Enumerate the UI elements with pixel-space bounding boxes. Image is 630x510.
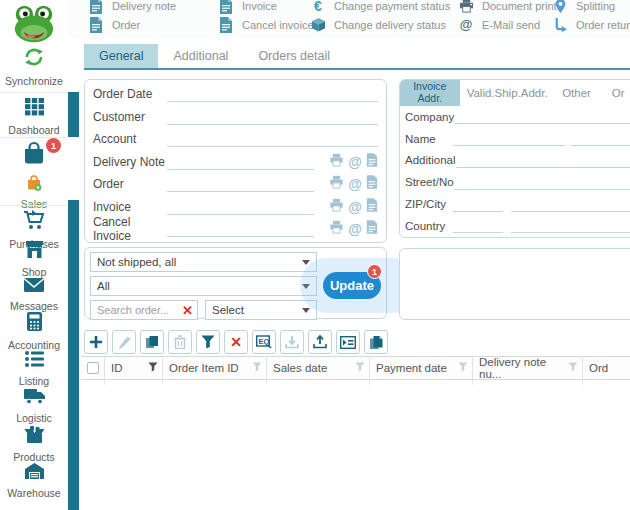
- toolbar-document-print[interactable]: Document print: [458, 0, 552, 15]
- field-label: Delivery Note: [93, 155, 167, 169]
- document-icon[interactable]: [366, 153, 378, 171]
- shipping-status-dropdown[interactable]: Not shipped, all: [90, 252, 317, 272]
- svg-text:EQ: EQ: [259, 337, 270, 346]
- country-code-field[interactable]: [453, 218, 503, 233]
- email-icon[interactable]: @: [348, 177, 362, 191]
- delivery-note-field[interactable]: [167, 154, 314, 170]
- company-field[interactable]: [454, 109, 630, 124]
- search-query-button[interactable]: EQ: [252, 330, 276, 354]
- select-dropdown[interactable]: Select: [205, 300, 317, 320]
- toolbar-cancel-invoice[interactable]: Cancel invoice: [218, 15, 310, 34]
- print-icon[interactable]: [329, 175, 344, 193]
- toolbar-change-delivery-status[interactable]: Change delivery status: [310, 15, 458, 34]
- euro-icon: €: [310, 0, 326, 14]
- field-label: Country: [405, 220, 453, 232]
- toolbar-delivery-note[interactable]: Delivery note: [88, 0, 218, 15]
- toolbar-order[interactable]: Order: [88, 15, 218, 34]
- column-header-order[interactable]: Ord: [583, 357, 630, 379]
- sidebar-item-products[interactable]: Products: [0, 425, 68, 463]
- edit-button[interactable]: [112, 330, 136, 354]
- email-icon[interactable]: @: [348, 222, 362, 236]
- filter-funnel-icon[interactable]: [355, 362, 365, 374]
- filter-button[interactable]: [196, 330, 220, 354]
- tabs-underline: [84, 68, 630, 70]
- sidebar-item-accounting[interactable]: Accounting: [0, 311, 68, 351]
- report-copy-button[interactable]: [364, 330, 388, 354]
- export-button[interactable]: [308, 330, 332, 354]
- email-icon[interactable]: @: [348, 200, 362, 214]
- field-label: Additional: [405, 154, 456, 166]
- sidebar-divider: [0, 205, 68, 206]
- filter-funnel-icon[interactable]: [252, 362, 262, 374]
- clear-search-icon[interactable]: ✕: [182, 303, 193, 318]
- sidebar-item-sales[interactable]: 1 Sales: [0, 141, 68, 210]
- email-icon[interactable]: @: [348, 155, 362, 169]
- details-view-button[interactable]: [336, 330, 360, 354]
- return-arrow-icon: [552, 17, 568, 33]
- field-label: Order: [93, 177, 167, 191]
- tab-invoice-addr[interactable]: Invoice Addr.: [400, 80, 460, 106]
- tab-or[interactable]: Or: [598, 80, 630, 106]
- document-icon[interactable]: [366, 198, 378, 216]
- additional-field[interactable]: [456, 153, 630, 168]
- sidebar-item-synchronize[interactable]: Synchronize: [0, 46, 68, 87]
- address-row-zip-city: ZIP/City: [400, 193, 630, 215]
- order-search-box: ✕: [90, 300, 198, 320]
- country-field[interactable]: [511, 218, 630, 233]
- account-field[interactable]: [167, 131, 378, 147]
- sidebar-item-label: Synchronize: [5, 75, 63, 87]
- tab-general[interactable]: General: [84, 44, 158, 68]
- sidebar-item-shop[interactable]: Shop: [0, 240, 68, 278]
- first-name-field[interactable]: [453, 131, 565, 146]
- add-button[interactable]: [84, 330, 108, 354]
- invoice-field[interactable]: [167, 199, 314, 215]
- scope-dropdown[interactable]: All: [90, 276, 317, 296]
- filter-funnel-icon[interactable]: [458, 362, 468, 374]
- select-all-checkbox[interactable]: [87, 362, 99, 374]
- delete-button[interactable]: [168, 330, 192, 354]
- sidebar-item-logistic[interactable]: Logistic: [0, 387, 68, 424]
- toolbar-label: Splitting: [576, 0, 615, 12]
- column-header-sales-date[interactable]: Sales date: [267, 357, 370, 379]
- customer-field[interactable]: [167, 109, 378, 125]
- search-input[interactable]: [97, 304, 175, 316]
- column-header-payment-date[interactable]: Payment date: [370, 357, 473, 379]
- toolbar-invoice[interactable]: Invoice: [218, 0, 310, 15]
- secondary-panel: [399, 248, 630, 320]
- tab-valid-ship-addr[interactable]: Valid.Ship.Addr.: [460, 80, 555, 106]
- document-icon[interactable]: [366, 220, 378, 238]
- zip-field[interactable]: [453, 197, 503, 212]
- column-header-delivery-note-number[interactable]: Delivery note nu...: [473, 357, 583, 379]
- document-icon[interactable]: [366, 175, 378, 193]
- filter-funnel-icon[interactable]: [568, 362, 578, 374]
- import-button[interactable]: [280, 330, 304, 354]
- sidebar-item-listing[interactable]: Listing: [0, 350, 68, 387]
- toolbar-label: Change delivery status: [334, 19, 446, 31]
- toolbar-splitting[interactable]: Splitting: [552, 0, 630, 15]
- tab-additional[interactable]: Additional: [158, 44, 243, 68]
- tab-other[interactable]: Other: [555, 80, 599, 106]
- sidebar-item-messages[interactable]: Messages: [0, 277, 68, 312]
- column-header-order-item-id[interactable]: Order Item ID: [163, 357, 267, 379]
- last-name-field[interactable]: [571, 131, 630, 146]
- toolbar-email-send[interactable]: @ E-Mail send: [458, 15, 552, 34]
- city-field[interactable]: [511, 197, 630, 212]
- column-header-id[interactable]: ID: [105, 357, 163, 379]
- cancel-invoice-field[interactable]: [167, 221, 314, 237]
- sidebar-item-warehouse[interactable]: Warehouse: [0, 462, 68, 499]
- print-icon[interactable]: [329, 153, 344, 171]
- print-icon[interactable]: [329, 220, 344, 238]
- street-field[interactable]: [454, 175, 630, 190]
- print-icon[interactable]: [329, 198, 344, 216]
- clear-filter-button[interactable]: ✕: [224, 330, 248, 354]
- sidebar-item-label: Dashboard: [8, 124, 59, 136]
- frog-logo[interactable]: [0, 2, 68, 46]
- filter-funnel-icon-active[interactable]: [148, 362, 158, 374]
- tab-orders-detail[interactable]: Orders detail: [243, 44, 345, 68]
- toolbar-order-return[interactable]: Order return: [552, 15, 630, 34]
- sidebar-item-dashboard[interactable]: Dashboard: [0, 96, 68, 136]
- copy-button[interactable]: [140, 330, 164, 354]
- toolbar-change-payment-status[interactable]: € Change payment status: [310, 0, 458, 15]
- order-field[interactable]: [167, 176, 314, 192]
- order-date-field[interactable]: [167, 86, 378, 102]
